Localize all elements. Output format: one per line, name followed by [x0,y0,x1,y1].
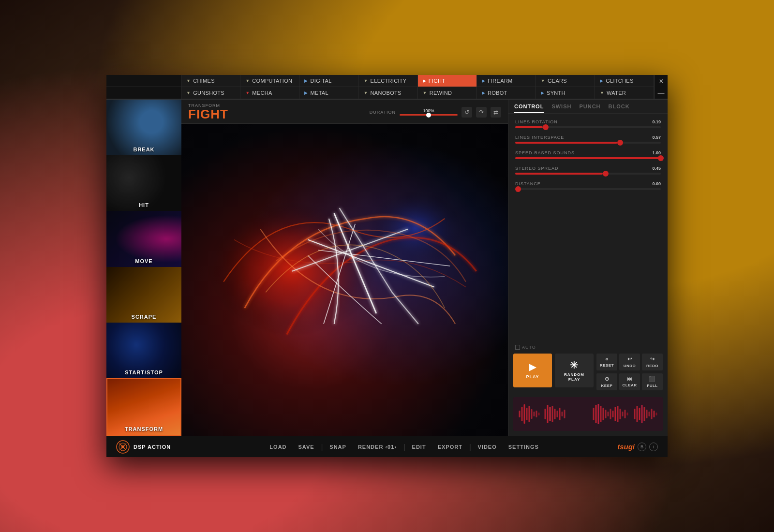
center-area: TRANSFORM FIGHT DURATION 100% ↺ ↷ [181,100,508,436]
tab-control[interactable]: CONTROL [514,103,544,113]
category-bar: ▼ Chimes ▼ Computation ▶ Digital ▼ Elect… [106,75,668,100]
svg-rect-19 [552,406,553,422]
category-row-2: ▼ Gunshots ▼ Mecha ▶ Metal ▼ Nanobots ▼ … [106,87,668,99]
loop-icon-btn[interactable]: ↺ [461,107,472,118]
logo-area: DSP ACTION [116,440,191,454]
slider-track-lines-interspace[interactable] [515,142,661,144]
tab-punch[interactable]: PUNCH [579,103,600,113]
toolbar-video[interactable]: VIDEO [472,444,503,450]
control-tabs: CONTROL SWISH PUNCH BLOCK [508,100,668,114]
play-button[interactable]: ▶ PLAY [513,354,552,387]
svg-rect-25 [593,408,595,420]
keep-button[interactable]: ⊙ KEEP [596,373,617,390]
svg-rect-23 [562,412,563,416]
toolbar-load[interactable]: LOAD [264,444,292,450]
full-button[interactable]: ⬛ FULL [642,373,663,390]
category-glitches[interactable]: ▶ Glitches [595,75,654,87]
redo-button[interactable]: ↪ REDO [642,354,663,370]
tab-block[interactable]: BLOCK [609,103,630,113]
slider-track-distance[interactable] [515,188,661,190]
toolbar-snap[interactable]: SNAP [324,444,352,450]
svg-rect-28 [600,406,602,422]
reset-button[interactable]: « RESET [596,354,617,370]
app-title: DSP ACTION [134,444,171,450]
random-icon: ✳ [570,359,579,371]
slider-track-lines-rotation[interactable] [515,126,661,128]
category-robot[interactable]: ▶ Robot [477,87,536,99]
category-nanobots[interactable]: ▼ Nanobots [358,87,417,99]
category-computation[interactable]: ▼ Computation [240,75,299,87]
sidebar-item-startstop[interactable]: START/STOP [106,323,181,378]
category-firearm[interactable]: ▶ Firearm [477,75,536,87]
svg-rect-42 [639,408,640,420]
b-button[interactable]: B [638,443,646,451]
svg-rect-47 [651,409,653,419]
toolbar-edit[interactable]: EDIT [406,444,432,450]
auto-checkbox[interactable] [515,345,520,350]
category-electricity[interactable]: ▼ Electricity [358,75,417,87]
svg-rect-41 [637,406,638,422]
i-button[interactable]: i [649,443,658,451]
slider-distance: DISTANCE 0.00 [515,181,661,190]
svg-rect-32 [610,409,611,419]
visualization [181,124,508,436]
svg-rect-17 [547,405,549,423]
random-play-button[interactable]: ✳ RANDOMPLAY [555,354,594,387]
toolbar-settings[interactable]: SETTINGS [503,444,545,450]
category-mecha[interactable]: ▼ Mecha [240,87,299,99]
svg-rect-7 [519,411,521,417]
svg-rect-46 [649,412,650,416]
waveform-svg [517,402,659,426]
undo-button[interactable]: ↩ UNDO [619,354,640,370]
close-button[interactable]: ✕ [654,75,668,87]
slider-lines-interspace: LINES INTERSPACE 0.57 [515,135,661,144]
clear-button[interactable]: ⏭ CLEAR [619,373,640,390]
sidebar-item-hit[interactable]: HIT [106,155,181,211]
toolbar-render[interactable]: RENDER ‹01› [352,444,402,450]
svg-rect-33 [612,411,614,417]
svg-rect-9 [524,404,525,424]
category-metal[interactable]: ▶ Metal [299,87,358,99]
svg-rect-11 [529,406,530,422]
svg-rect-22 [559,408,561,420]
slider-track-speed-based[interactable] [515,157,661,159]
category-fight[interactable]: ▶ Fight [418,75,477,87]
sidebar-item-move[interactable]: MOVE [106,211,181,266]
forward-icon-btn[interactable]: ↷ [476,107,487,118]
bounce-icon-btn[interactable]: ⇄ [491,107,501,118]
sidebar-item-break[interactable]: BREAK [106,100,181,155]
right-panel: CONTROL SWISH PUNCH BLOCK LINES ROTATION… [508,100,668,436]
svg-rect-13 [534,412,535,416]
tab-swish[interactable]: SWISH [551,103,571,113]
slider-track-stereo-spread[interactable] [515,173,661,175]
center-header: TRANSFORM FIGHT DURATION 100% ↺ ↷ [181,100,508,124]
category-rewind[interactable]: ▼ Rewind [418,87,477,99]
category-chimes[interactable]: ▼ Chimes [181,75,240,87]
toolbar-export[interactable]: EXPORT [432,444,468,450]
toolbar-save[interactable]: SAVE [293,444,320,450]
svg-rect-12 [531,409,533,419]
sidebar-item-scrape[interactable]: SCRAPE [106,267,181,323]
svg-rect-35 [617,406,619,422]
clear-icon: ⏭ [627,376,633,382]
tsugi-area: tsugi B i [617,443,658,451]
category-gunshots[interactable]: ▼ Gunshots [181,87,240,99]
svg-rect-10 [526,408,528,420]
duration-label: DURATION [370,110,396,115]
category-digital[interactable]: ▶ Digital [299,75,358,87]
transform-title: FIGHT [188,108,228,120]
svg-rect-29 [603,408,604,420]
svg-rect-16 [545,409,546,419]
category-synth[interactable]: ▶ Synth [536,87,595,99]
svg-rect-34 [615,407,616,421]
small-buttons-bottom: ⊙ KEEP ⏭ CLEAR ⬛ FULL [596,373,663,390]
undo-icon: ↩ [627,356,632,362]
category-gears[interactable]: ▼ Gears [536,75,595,87]
svg-rect-8 [521,407,523,421]
svg-rect-49 [656,413,657,415]
sidebar-item-transform[interactable]: TRANSFORM [106,378,181,436]
category-row-1: ▼ Chimes ▼ Computation ▶ Digital ▼ Elect… [106,75,668,87]
small-buttons-top: « RESET ↩ UNDO ↪ REDO [596,354,663,370]
duration-slider[interactable] [400,114,458,116]
category-water[interactable]: ▼ Water [595,87,654,99]
